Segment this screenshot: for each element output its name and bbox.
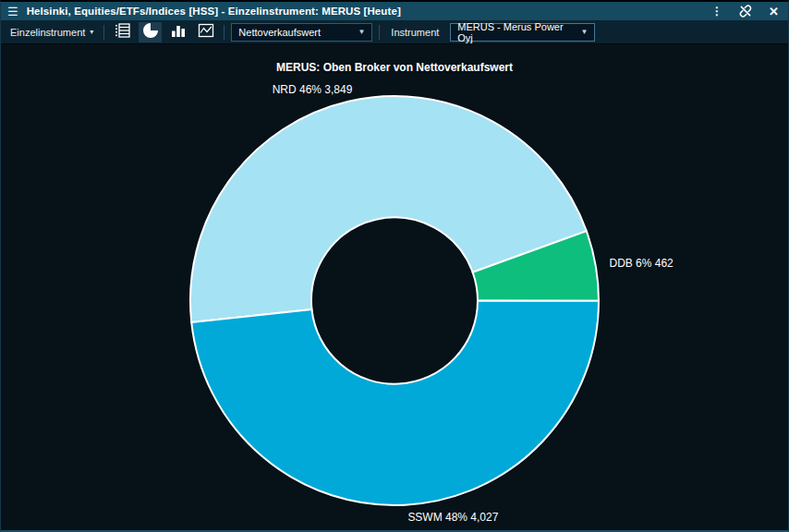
pie-label-sswm: SSWM 48% 4,027 [407,511,498,524]
toolbar-separator [224,25,225,40]
line-chart-view-button[interactable] [194,22,217,42]
einzelinstrument-menu-button[interactable]: Einzelinstrument ▾ [6,27,97,38]
chevron-down-icon: ▼ [580,28,588,36]
pie-chart-view-button[interactable] [139,22,162,42]
bar-chart-icon [170,22,187,42]
pie-chart-icon [142,22,159,42]
window-title: Helsinki, Equities/ETFs/Indices [HSS] - … [27,6,401,17]
instrument-dropdown[interactable]: MERUS - Merus Power Oyj ▼ [450,23,595,42]
metric-dropdown-value: Nettoverkaufswert [238,27,321,38]
hamburger-menu-icon[interactable]: ☰ [7,6,18,18]
pie-segment-sswm[interactable] [191,301,599,505]
pie-label-ddb: DDB 6% 462 [609,257,674,270]
pie-label-nrd: NRD 46% 3,849 [273,83,353,96]
donut-chart: NRD 46% 3,849DDB 6% 462SSWM 48% 4,027 [1,44,788,530]
table-icon [115,22,131,42]
metric-dropdown[interactable]: Nettoverkaufswert ▼ [231,23,372,42]
title-bar: ☰ Helsinki, Equities/ETFs/Indices [HSS] … [1,2,788,20]
instrument-label: Instrument [391,27,439,38]
toolbar-separator [103,25,104,40]
app-window: ☰ Helsinki, Equities/ETFs/Indices [HSS] … [0,0,789,532]
table-view-button[interactable] [111,22,134,42]
toolbar-separator [379,25,380,40]
chart-area: MERUS: Oben Broker von Nettoverkaufswert… [1,44,788,530]
line-chart-icon [198,22,214,42]
close-icon[interactable]: ✕ [769,6,779,18]
chevron-down-icon: ▼ [358,28,365,36]
unlink-icon[interactable] [738,4,753,18]
einzelinstrument-menu-label: Einzelinstrument [10,27,85,38]
titlebar-controls: ⋮ ✕ [711,4,779,18]
toolbar: Einzelinstrument ▾ [1,20,788,44]
instrument-dropdown-value: MERUS - Merus Power Oyj [457,21,575,43]
bar-chart-view-button[interactable] [166,22,189,42]
chevron-down-icon: ▾ [90,28,93,36]
kebab-menu-icon[interactable]: ⋮ [711,6,722,17]
